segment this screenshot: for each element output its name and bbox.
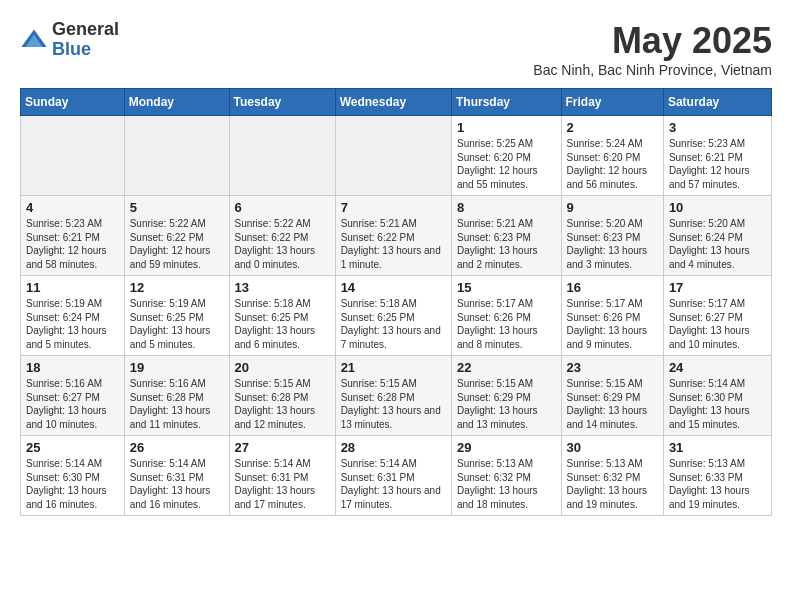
- cell-content: Sunrise: 5:14 AMSunset: 6:31 PMDaylight:…: [235, 457, 330, 511]
- header-monday: Monday: [124, 89, 229, 116]
- cell-content: Sunrise: 5:15 AMSunset: 6:29 PMDaylight:…: [457, 377, 556, 431]
- cell-content: Sunrise: 5:13 AMSunset: 6:32 PMDaylight:…: [457, 457, 556, 511]
- calendar-cell: 8Sunrise: 5:21 AMSunset: 6:23 PMDaylight…: [451, 196, 561, 276]
- calendar-cell: 17Sunrise: 5:17 AMSunset: 6:27 PMDayligh…: [663, 276, 771, 356]
- calendar-header-row: SundayMondayTuesdayWednesdayThursdayFrid…: [21, 89, 772, 116]
- calendar-cell: 2Sunrise: 5:24 AMSunset: 6:20 PMDaylight…: [561, 116, 663, 196]
- day-number: 12: [130, 280, 224, 295]
- cell-content: Sunrise: 5:21 AMSunset: 6:23 PMDaylight:…: [457, 217, 556, 271]
- day-number: 11: [26, 280, 119, 295]
- calendar-cell: 9Sunrise: 5:20 AMSunset: 6:23 PMDaylight…: [561, 196, 663, 276]
- day-number: 10: [669, 200, 766, 215]
- calendar-cell: 27Sunrise: 5:14 AMSunset: 6:31 PMDayligh…: [229, 436, 335, 516]
- day-number: 23: [567, 360, 658, 375]
- calendar-cell: 25Sunrise: 5:14 AMSunset: 6:30 PMDayligh…: [21, 436, 125, 516]
- day-number: 4: [26, 200, 119, 215]
- calendar-cell: 29Sunrise: 5:13 AMSunset: 6:32 PMDayligh…: [451, 436, 561, 516]
- calendar-week-5: 25Sunrise: 5:14 AMSunset: 6:30 PMDayligh…: [21, 436, 772, 516]
- day-number: 15: [457, 280, 556, 295]
- calendar-cell: 24Sunrise: 5:14 AMSunset: 6:30 PMDayligh…: [663, 356, 771, 436]
- day-number: 14: [341, 280, 446, 295]
- day-number: 30: [567, 440, 658, 455]
- cell-content: Sunrise: 5:23 AMSunset: 6:21 PMDaylight:…: [26, 217, 119, 271]
- header-tuesday: Tuesday: [229, 89, 335, 116]
- calendar-cell: 23Sunrise: 5:15 AMSunset: 6:29 PMDayligh…: [561, 356, 663, 436]
- header-saturday: Saturday: [663, 89, 771, 116]
- cell-content: Sunrise: 5:15 AMSunset: 6:28 PMDaylight:…: [341, 377, 446, 431]
- cell-content: Sunrise: 5:25 AMSunset: 6:20 PMDaylight:…: [457, 137, 556, 191]
- day-number: 19: [130, 360, 224, 375]
- calendar-cell: 20Sunrise: 5:15 AMSunset: 6:28 PMDayligh…: [229, 356, 335, 436]
- header-wednesday: Wednesday: [335, 89, 451, 116]
- calendar-cell: 16Sunrise: 5:17 AMSunset: 6:26 PMDayligh…: [561, 276, 663, 356]
- cell-content: Sunrise: 5:18 AMSunset: 6:25 PMDaylight:…: [341, 297, 446, 351]
- cell-content: Sunrise: 5:15 AMSunset: 6:29 PMDaylight:…: [567, 377, 658, 431]
- calendar-title: May 2025: [533, 20, 772, 62]
- cell-content: Sunrise: 5:17 AMSunset: 6:26 PMDaylight:…: [457, 297, 556, 351]
- day-number: 27: [235, 440, 330, 455]
- calendar-cell: 30Sunrise: 5:13 AMSunset: 6:32 PMDayligh…: [561, 436, 663, 516]
- logo-line1: General: [52, 20, 119, 40]
- day-number: 17: [669, 280, 766, 295]
- cell-content: Sunrise: 5:16 AMSunset: 6:28 PMDaylight:…: [130, 377, 224, 431]
- calendar-cell: 7Sunrise: 5:21 AMSunset: 6:22 PMDaylight…: [335, 196, 451, 276]
- day-number: 1: [457, 120, 556, 135]
- cell-content: Sunrise: 5:22 AMSunset: 6:22 PMDaylight:…: [235, 217, 330, 271]
- calendar-cell: 3Sunrise: 5:23 AMSunset: 6:21 PMDaylight…: [663, 116, 771, 196]
- day-number: 29: [457, 440, 556, 455]
- calendar-cell: 5Sunrise: 5:22 AMSunset: 6:22 PMDaylight…: [124, 196, 229, 276]
- calendar-cell: 31Sunrise: 5:13 AMSunset: 6:33 PMDayligh…: [663, 436, 771, 516]
- day-number: 5: [130, 200, 224, 215]
- calendar-cell: 15Sunrise: 5:17 AMSunset: 6:26 PMDayligh…: [451, 276, 561, 356]
- cell-content: Sunrise: 5:14 AMSunset: 6:31 PMDaylight:…: [130, 457, 224, 511]
- cell-content: Sunrise: 5:24 AMSunset: 6:20 PMDaylight:…: [567, 137, 658, 191]
- cell-content: Sunrise: 5:20 AMSunset: 6:23 PMDaylight:…: [567, 217, 658, 271]
- day-number: 28: [341, 440, 446, 455]
- cell-content: Sunrise: 5:21 AMSunset: 6:22 PMDaylight:…: [341, 217, 446, 271]
- cell-content: Sunrise: 5:17 AMSunset: 6:27 PMDaylight:…: [669, 297, 766, 351]
- day-number: 8: [457, 200, 556, 215]
- page-header: General Blue May 2025 Bac Ninh, Bac Ninh…: [20, 20, 772, 78]
- header-friday: Friday: [561, 89, 663, 116]
- calendar-cell: 1Sunrise: 5:25 AMSunset: 6:20 PMDaylight…: [451, 116, 561, 196]
- day-number: 16: [567, 280, 658, 295]
- calendar-cell: 26Sunrise: 5:14 AMSunset: 6:31 PMDayligh…: [124, 436, 229, 516]
- calendar-subtitle: Bac Ninh, Bac Ninh Province, Vietnam: [533, 62, 772, 78]
- day-number: 24: [669, 360, 766, 375]
- day-number: 31: [669, 440, 766, 455]
- calendar-week-4: 18Sunrise: 5:16 AMSunset: 6:27 PMDayligh…: [21, 356, 772, 436]
- calendar-cell: 28Sunrise: 5:14 AMSunset: 6:31 PMDayligh…: [335, 436, 451, 516]
- calendar-week-1: 1Sunrise: 5:25 AMSunset: 6:20 PMDaylight…: [21, 116, 772, 196]
- calendar-cell: [124, 116, 229, 196]
- calendar-table: SundayMondayTuesdayWednesdayThursdayFrid…: [20, 88, 772, 516]
- day-number: 18: [26, 360, 119, 375]
- calendar-week-2: 4Sunrise: 5:23 AMSunset: 6:21 PMDaylight…: [21, 196, 772, 276]
- calendar-cell: 18Sunrise: 5:16 AMSunset: 6:27 PMDayligh…: [21, 356, 125, 436]
- logo-icon: [20, 26, 48, 54]
- calendar-cell: 10Sunrise: 5:20 AMSunset: 6:24 PMDayligh…: [663, 196, 771, 276]
- calendar-cell: 6Sunrise: 5:22 AMSunset: 6:22 PMDaylight…: [229, 196, 335, 276]
- cell-content: Sunrise: 5:14 AMSunset: 6:30 PMDaylight:…: [26, 457, 119, 511]
- day-number: 20: [235, 360, 330, 375]
- cell-content: Sunrise: 5:19 AMSunset: 6:24 PMDaylight:…: [26, 297, 119, 351]
- day-number: 9: [567, 200, 658, 215]
- cell-content: Sunrise: 5:14 AMSunset: 6:31 PMDaylight:…: [341, 457, 446, 511]
- cell-content: Sunrise: 5:13 AMSunset: 6:32 PMDaylight:…: [567, 457, 658, 511]
- header-sunday: Sunday: [21, 89, 125, 116]
- calendar-cell: 12Sunrise: 5:19 AMSunset: 6:25 PMDayligh…: [124, 276, 229, 356]
- calendar-cell: 14Sunrise: 5:18 AMSunset: 6:25 PMDayligh…: [335, 276, 451, 356]
- calendar-cell: 19Sunrise: 5:16 AMSunset: 6:28 PMDayligh…: [124, 356, 229, 436]
- cell-content: Sunrise: 5:16 AMSunset: 6:27 PMDaylight:…: [26, 377, 119, 431]
- calendar-cell: 22Sunrise: 5:15 AMSunset: 6:29 PMDayligh…: [451, 356, 561, 436]
- cell-content: Sunrise: 5:19 AMSunset: 6:25 PMDaylight:…: [130, 297, 224, 351]
- day-number: 3: [669, 120, 766, 135]
- day-number: 13: [235, 280, 330, 295]
- cell-content: Sunrise: 5:18 AMSunset: 6:25 PMDaylight:…: [235, 297, 330, 351]
- day-number: 26: [130, 440, 224, 455]
- cell-content: Sunrise: 5:17 AMSunset: 6:26 PMDaylight:…: [567, 297, 658, 351]
- calendar-cell: [21, 116, 125, 196]
- logo: General Blue: [20, 20, 119, 60]
- cell-content: Sunrise: 5:23 AMSunset: 6:21 PMDaylight:…: [669, 137, 766, 191]
- calendar-cell: 13Sunrise: 5:18 AMSunset: 6:25 PMDayligh…: [229, 276, 335, 356]
- calendar-week-3: 11Sunrise: 5:19 AMSunset: 6:24 PMDayligh…: [21, 276, 772, 356]
